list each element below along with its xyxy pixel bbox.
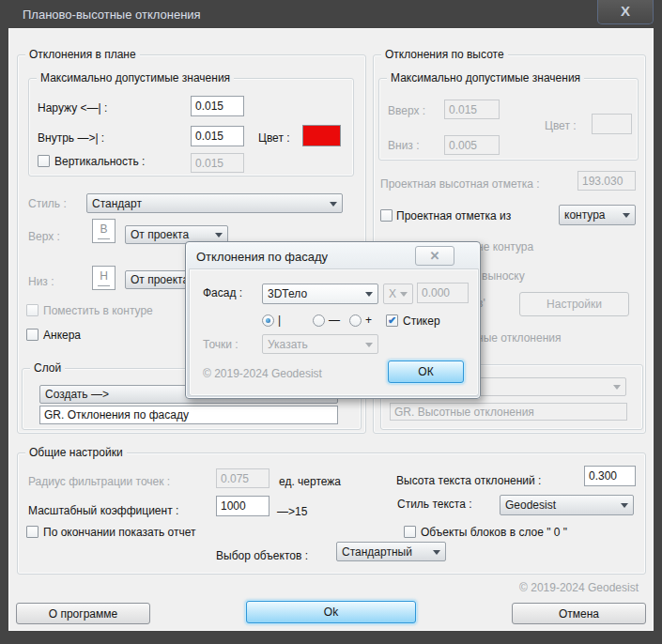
height-layer-name-input <box>390 403 627 421</box>
anchors-checkbox[interactable] <box>26 329 38 341</box>
main-window: Планово-высотные отклонения X Отклонения… <box>0 0 662 644</box>
verticality-checkbox[interactable] <box>38 155 50 167</box>
radio-bar[interactable] <box>262 314 274 327</box>
place-in-contour-label: Поместить в контуре <box>43 305 153 317</box>
radio-minus-label: — <box>329 314 340 327</box>
text-style-combo[interactable]: Geodesist <box>500 495 634 515</box>
plan-group-title: Отклонения в плане <box>25 49 140 61</box>
design-mark-label: Проектная высотная отметка : <box>380 178 540 191</box>
close-button[interactable]: X <box>597 0 654 24</box>
height-color-label: Цвет : <box>545 120 577 132</box>
inward-label: Внутрь —>| : <box>38 132 104 145</box>
top-label: Верх : <box>28 231 60 243</box>
about-button[interactable]: О программе <box>16 603 150 624</box>
plan-color-swatch[interactable] <box>302 125 341 146</box>
offset-input <box>417 283 469 303</box>
height-group-title: Отклонения по высоте <box>381 49 508 61</box>
design-mark-input <box>577 171 636 191</box>
outward-label: Наружу <—| : <box>38 102 107 115</box>
blocks-layer-checkbox[interactable] <box>404 526 416 538</box>
scale-input[interactable] <box>216 496 269 516</box>
anchors-label: Анкера <box>43 330 81 342</box>
show-report-checkbox[interactable] <box>26 526 38 538</box>
plan-layer-group-title: Слой <box>30 362 65 375</box>
filter-radius-input <box>216 468 269 488</box>
radio-plus-label: + <box>365 314 372 327</box>
copyright-text: © 2019-2024 Geodesist <box>519 582 639 594</box>
mark-from-combo[interactable]: контура <box>559 205 636 225</box>
modal-title: Отклонения по фасаду <box>196 250 328 264</box>
down-label: Вниз : <box>388 140 420 152</box>
radio-bar-label: | <box>278 314 281 327</box>
height-color-swatch <box>592 114 632 134</box>
axis-combo: X <box>383 284 413 304</box>
up-label: Вверх : <box>388 105 425 117</box>
chevron-down-icon <box>330 202 337 210</box>
up-input <box>444 100 500 119</box>
modal-copyright: © 2019-2024 Geodesist <box>203 368 322 380</box>
modal-close-button[interactable]: ✕ <box>415 246 454 266</box>
chevron-down-icon <box>433 550 440 559</box>
scale-suffix: —>15 <box>277 506 307 518</box>
select-objects-combo[interactable]: Стандартный <box>336 542 446 561</box>
close-icon: ✕ <box>430 249 440 263</box>
sticker-label: Стикер <box>403 315 440 328</box>
blocks-layer-label: Объекты блоков в слое " 0 " <box>421 527 567 539</box>
verticality-label: Вертикальность : <box>54 156 145 168</box>
title-bar: Планово-высотные отклонения X <box>0 0 662 28</box>
text-style-label: Стиль текста : <box>397 498 472 511</box>
facade-combo[interactable]: 3DТело <box>262 284 378 304</box>
ok-button[interactable]: Ok <box>246 601 416 623</box>
radio-plus[interactable] <box>349 314 362 327</box>
style-label: Стиль : <box>28 198 67 210</box>
points-label: Точки : <box>203 339 239 351</box>
text-height-input[interactable] <box>584 466 636 486</box>
chevron-down-icon <box>621 503 628 512</box>
general-group-title: Общие настройки <box>25 447 127 459</box>
chevron-down-icon <box>613 385 621 393</box>
height-max-group-title: Максимально допустимые значения <box>387 72 584 84</box>
filter-radius-units: ед. чертежа <box>279 476 341 488</box>
chevron-down-icon <box>215 233 223 241</box>
bottom-label: Низ : <box>28 276 54 288</box>
leader-label-fragment: выноску <box>482 270 525 283</box>
verticality-input <box>191 153 244 173</box>
close-icon: X <box>621 3 630 19</box>
top-letter-box: В <box>92 219 115 243</box>
plan-layer-name-input[interactable] <box>39 406 338 424</box>
window-title: Планово-высотные отклонения <box>23 8 201 22</box>
modal-ok-button[interactable]: ОК <box>388 360 464 383</box>
cancel-button[interactable]: Отмена <box>512 603 646 624</box>
chevron-down-icon <box>365 292 373 300</box>
place-in-contour-checkbox <box>26 304 38 316</box>
contour-label-fragment: не контура <box>477 241 533 253</box>
scale-label: Масштабный коэффициент : <box>28 505 178 517</box>
sticker-checkbox[interactable] <box>386 314 398 327</box>
chevron-down-icon <box>400 292 408 300</box>
facade-label: Фасад : <box>203 287 242 299</box>
points-combo: Указать <box>262 334 378 354</box>
chevron-down-icon <box>623 213 630 222</box>
plan-color-label: Цвет : <box>258 132 290 145</box>
style-combo[interactable]: Стандарт <box>86 193 343 213</box>
down-input <box>444 135 500 155</box>
show-report-label: По окончании показать отчет <box>43 527 195 539</box>
filter-radius-label: Радиус фильтрации точек : <box>28 476 170 488</box>
text-height-label: Высота текста отклонений : <box>396 475 541 487</box>
outward-input[interactable] <box>191 96 244 116</box>
facade-deviations-dialog: Отклонения по фасаду ✕ Фасад : 3DТело X … <box>185 241 481 399</box>
inward-input[interactable] <box>191 126 244 146</box>
plan-max-group-title: Максимально допустимые значения <box>37 72 234 84</box>
settings-button: Настройки <box>519 292 629 316</box>
mark-from-checkbox[interactable] <box>380 209 393 222</box>
mark-from-label: Проектная отметка из <box>396 210 511 222</box>
radio-minus[interactable] <box>313 314 325 327</box>
chevron-down-icon <box>365 343 373 351</box>
select-objects-label: Выбор объектов : <box>216 550 308 562</box>
bottom-letter-box: Н <box>92 266 115 290</box>
deviations-label-fragment: ные отклонения <box>477 332 562 345</box>
